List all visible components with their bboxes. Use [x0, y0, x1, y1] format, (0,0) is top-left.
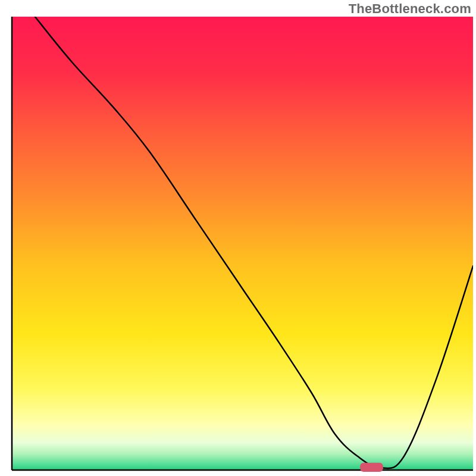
plot-background	[12, 17, 473, 470]
bottleneck-chart	[0, 0, 476, 476]
chart-stage: TheBottleneck.com	[0, 0, 476, 476]
watermark-label: TheBottleneck.com	[349, 1, 471, 17]
optimum-marker	[360, 463, 383, 472]
